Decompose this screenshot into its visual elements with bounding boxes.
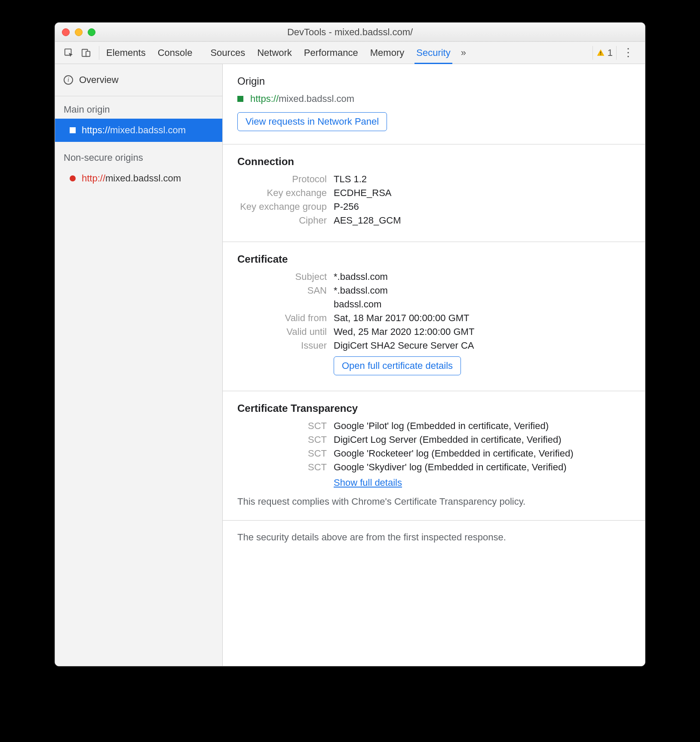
titlebar: DevTools - mixed.badssl.com/ <box>55 23 645 42</box>
certificate-transparency-section: Certificate Transparency SCTGoogle 'Pilo… <box>223 391 645 521</box>
nonsecure-origin-item[interactable]: http://mixed.badssl.com <box>55 167 222 190</box>
protocol-value: TLS 1.2 <box>334 174 367 185</box>
svg-rect-2 <box>86 51 90 56</box>
valid-from-label: Valid from <box>237 313 334 324</box>
san-label: SAN <box>237 285 334 296</box>
sct-label: SCT <box>237 448 334 459</box>
main-origin-item[interactable]: https://mixed.badssl.com <box>55 119 222 142</box>
svg-rect-4 <box>600 54 601 55</box>
tab-performance[interactable]: Performance <box>304 42 358 64</box>
panel-tabs: Elements Console Sources Network Perform… <box>106 42 451 64</box>
secure-indicator-icon <box>237 96 243 102</box>
sct-label: SCT <box>237 462 334 473</box>
connection-heading: Connection <box>237 156 630 168</box>
sct-label: SCT <box>237 434 334 445</box>
settings-menu-icon[interactable]: ⋮ <box>617 46 640 59</box>
connection-section: Connection ProtocolTLS 1.2 Key exchangeE… <box>223 144 645 242</box>
toggle-device-icon[interactable] <box>77 45 95 61</box>
devtools-window: DevTools - mixed.badssl.com/ Elements Co… <box>55 22 645 666</box>
cipher-value: AES_128_GCM <box>334 215 401 226</box>
nonsecure-origins-header: Non-secure origins <box>55 142 222 167</box>
sct-value-4: Google 'Skydiver' log (Embedded in certi… <box>334 462 567 473</box>
toolbar-separator <box>99 46 99 60</box>
svg-rect-3 <box>600 51 601 53</box>
key-exchange-label: Key exchange <box>237 187 334 199</box>
security-sidebar: i Overview Main origin https://mixed.bad… <box>55 64 223 666</box>
info-icon: i <box>64 75 73 85</box>
origin-scheme: https:// <box>82 125 110 136</box>
subject-value: *.badssl.com <box>334 271 388 282</box>
tab-security[interactable]: Security <box>416 42 450 64</box>
ct-compliance-note: This request complies with Chrome's Cert… <box>237 496 630 507</box>
open-certificate-details-button[interactable]: Open full certificate details <box>334 356 461 375</box>
origin-url-host: mixed.badssl.com <box>279 93 354 104</box>
tab-sources[interactable]: Sources <box>210 42 245 64</box>
devtools-toolbar: Elements Console Sources Network Perform… <box>55 42 645 64</box>
window-title: DevTools - mixed.badssl.com/ <box>55 27 645 38</box>
issuer-value: DigiCert SHA2 Secure Server CA <box>334 340 474 351</box>
overview-button[interactable]: i Overview <box>55 64 222 96</box>
origin-host: mixed.badssl.com <box>105 173 181 184</box>
origin-scheme: http:// <box>82 173 105 184</box>
warnings-indicator[interactable]: 1 <box>593 46 617 60</box>
valid-until-value: Wed, 25 Mar 2020 12:00:00 GMT <box>334 326 474 337</box>
security-details: Origin https://mixed.badssl.com View req… <box>223 64 645 666</box>
tab-memory[interactable]: Memory <box>370 42 404 64</box>
protocol-label: Protocol <box>237 174 334 185</box>
origin-host: mixed.badssl.com <box>110 125 186 136</box>
issuer-label: Issuer <box>237 340 334 351</box>
key-exchange-group-value: P-256 <box>334 201 359 212</box>
valid-from-value: Sat, 18 Mar 2017 00:00:00 GMT <box>334 313 470 324</box>
sct-value-3: Google 'Rocketeer' log (Embedded in cert… <box>334 448 573 459</box>
certificate-section: Certificate Subject*.badssl.com SAN*.bad… <box>223 242 645 391</box>
origin-section: Origin https://mixed.badssl.com View req… <box>223 64 645 144</box>
footer-note-section: The security details above are from the … <box>223 521 645 556</box>
footer-note: The security details above are from the … <box>237 532 630 543</box>
key-exchange-value: ECDHE_RSA <box>334 187 391 199</box>
view-requests-button[interactable]: View requests in Network Panel <box>237 112 387 131</box>
more-tabs-icon[interactable]: » <box>458 47 469 58</box>
overview-label: Overview <box>79 74 119 86</box>
key-exchange-group-label: Key exchange group <box>237 201 334 212</box>
sct-value-1: Google 'Pilot' log (Embedded in certific… <box>334 420 549 432</box>
show-full-sct-details-link[interactable]: Show full details <box>334 477 402 488</box>
insecure-origin-icon <box>70 175 76 181</box>
sct-label: SCT <box>237 420 334 432</box>
ct-heading: Certificate Transparency <box>237 402 630 414</box>
warning-icon <box>596 49 605 57</box>
tab-network[interactable]: Network <box>257 42 292 64</box>
origin-heading: Origin <box>237 75 630 87</box>
cipher-label: Cipher <box>237 215 334 226</box>
tab-elements[interactable]: Elements <box>106 42 146 64</box>
san-value-2: badssl.com <box>334 299 381 310</box>
subject-label: Subject <box>237 271 334 282</box>
inspect-element-icon[interactable] <box>60 45 77 61</box>
valid-until-label: Valid until <box>237 326 334 337</box>
origin-url-scheme: https:// <box>250 93 279 104</box>
certificate-heading: Certificate <box>237 253 630 265</box>
secure-origin-icon <box>70 127 76 133</box>
warnings-count: 1 <box>608 47 613 58</box>
sct-value-2: DigiCert Log Server (Embedded in certifi… <box>334 434 561 445</box>
tab-console[interactable]: Console <box>158 42 193 64</box>
san-value-1: *.badssl.com <box>334 285 388 296</box>
main-origin-header: Main origin <box>55 96 222 119</box>
